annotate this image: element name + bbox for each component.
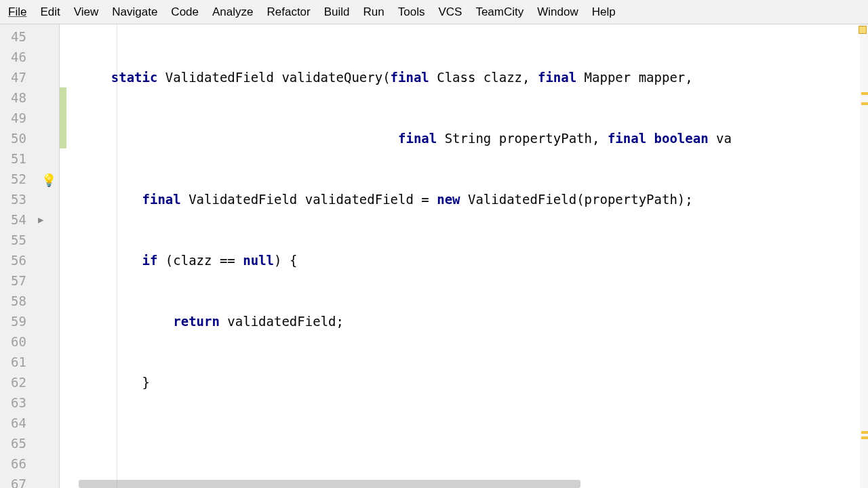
code-line[interactable]: final ValidatedField validatedField = ne… <box>80 189 868 209</box>
line-number[interactable]: 61 <box>0 352 59 372</box>
line-number[interactable]: 46 <box>0 47 59 67</box>
warning-mark[interactable] <box>861 431 868 434</box>
inspection-indicator-icon[interactable] <box>859 26 867 34</box>
line-number[interactable]: 59 <box>0 311 59 331</box>
line-number[interactable]: 48 <box>0 87 59 108</box>
line-number[interactable]: 63 <box>0 392 59 413</box>
warning-mark[interactable] <box>861 436 868 439</box>
warning-mark[interactable] <box>861 92 868 95</box>
line-number[interactable]: 62 <box>0 372 59 392</box>
menu-navigate[interactable]: Navigate <box>105 3 164 22</box>
line-number[interactable]: 65 <box>0 433 59 453</box>
menu-window[interactable]: Window <box>530 3 585 22</box>
code-line[interactable] <box>80 433 868 453</box>
menu-tools[interactable]: Tools <box>391 3 432 22</box>
line-number[interactable]: 51 <box>0 148 59 169</box>
line-number[interactable]: 58 <box>0 291 59 311</box>
line-number[interactable]: 55 <box>0 230 59 250</box>
line-number[interactable]: 50 <box>0 128 59 148</box>
menu-teamcity[interactable]: TeamCity <box>469 3 530 22</box>
main-menu-bar: File Edit View Navigate Code Analyze Ref… <box>0 0 868 24</box>
menu-code[interactable]: Code <box>164 3 205 22</box>
gutter[interactable]: 45 46 47 48 49 50 51 52 53 54 55 56 57 5… <box>0 24 60 488</box>
line-number[interactable]: 60 <box>0 331 59 352</box>
line-number[interactable]: 49 <box>0 108 59 128</box>
horizontal-scrollbar-thumb[interactable] <box>79 480 580 488</box>
line-number[interactable]: 54 <box>0 209 59 230</box>
menu-view[interactable]: View <box>67 3 106 22</box>
menu-refactor[interactable]: Refactor <box>260 3 317 22</box>
line-number[interactable]: 53 <box>0 189 59 209</box>
line-number[interactable]: 56 <box>0 250 59 270</box>
menu-help[interactable]: Help <box>585 3 623 22</box>
code-line[interactable]: final String propertyPath, final boolean… <box>80 128 868 148</box>
code-line[interactable]: return validatedField; <box>80 311 868 331</box>
menu-file[interactable]: File <box>1 3 33 22</box>
line-number[interactable]: 45 <box>0 26 59 47</box>
menu-run[interactable]: Run <box>357 3 391 22</box>
line-number[interactable]: 57 <box>0 270 59 291</box>
code-area[interactable]: static ValidatedField validateQuery(fina… <box>60 24 868 488</box>
line-number[interactable]: 64 <box>0 413 59 433</box>
menu-edit[interactable]: Edit <box>33 3 66 22</box>
line-number[interactable]: 52 <box>0 169 59 189</box>
code-line[interactable]: if (clazz == null) { <box>80 250 868 270</box>
line-number[interactable]: 67 <box>0 474 59 488</box>
menu-vcs[interactable]: VCS <box>431 3 469 22</box>
code-line[interactable]: } <box>80 372 868 392</box>
warning-mark[interactable] <box>861 102 868 105</box>
menu-analyze[interactable]: Analyze <box>205 3 260 22</box>
error-stripe[interactable] <box>860 24 868 488</box>
menu-build[interactable]: Build <box>317 3 357 22</box>
line-number[interactable]: 66 <box>0 453 59 474</box>
code-line[interactable]: static ValidatedField validateQuery(fina… <box>80 67 868 87</box>
editor-pane[interactable]: 45 46 47 48 49 50 51 52 53 54 55 56 57 5… <box>0 24 868 488</box>
line-number[interactable]: 47 <box>0 67 59 87</box>
